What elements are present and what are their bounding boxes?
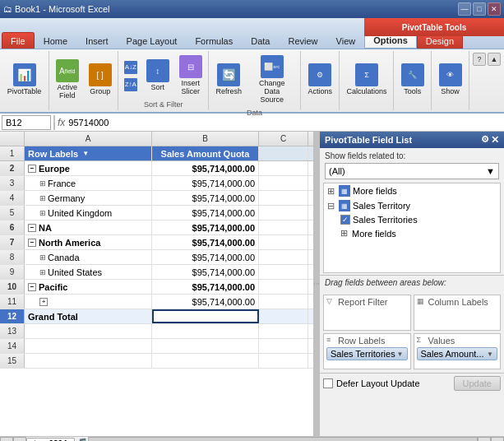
col-c-header[interactable]: C (259, 132, 308, 146)
formula-input[interactable] (68, 115, 502, 130)
minimize-button[interactable]: — (458, 2, 471, 16)
name-box[interactable]: B12 (2, 115, 51, 130)
cell-a10[interactable]: −Pacific (25, 280, 152, 294)
table-row: 15 (0, 354, 313, 369)
pivottable-button[interactable]: 📊 PivotTable (3, 61, 46, 99)
values-chip-arrow[interactable]: ▼ (487, 350, 493, 358)
sheet-next-button[interactable]: ▶ (13, 437, 26, 442)
expand-pacific[interactable]: − (28, 283, 36, 291)
sales-territories-checkbox[interactable]: ✓ (340, 215, 350, 225)
row-labels-dropdown[interactable]: ▼ (80, 148, 91, 160)
cell-b8[interactable]: $95,714,000.00 (152, 250, 259, 264)
expand-na[interactable]: − (28, 224, 36, 232)
refresh-button[interactable]: 🔄 Refresh (212, 61, 245, 99)
main-area: A B C 1 Row Labels ▼ Sales Amount Quota … (0, 132, 504, 436)
list-item[interactable]: ✓ Sales Territories (324, 213, 500, 226)
cell-a8[interactable]: ⊞ Canada (25, 250, 152, 264)
cell-a13[interactable] (25, 324, 152, 338)
cell-b15[interactable] (152, 354, 259, 368)
cell-b10[interactable]: $95,714,000.00 (152, 280, 259, 294)
cell-b12[interactable]: $95,714,000.00 (152, 309, 259, 323)
tools-button[interactable]: 🔧 Tools (397, 61, 428, 99)
cell-b2[interactable]: $95,714,000.00 (152, 161, 259, 175)
cell-a2[interactable]: −Europe (25, 161, 152, 175)
expand-11[interactable]: + (39, 298, 48, 306)
col-a-header[interactable]: A (25, 132, 152, 146)
cell-b3[interactable]: $95,714,000.00 (152, 176, 259, 190)
cell-b1[interactable]: Sales Amount Quota (152, 146, 259, 160)
cell-a7[interactable]: −North America (25, 235, 152, 249)
cell-a5[interactable]: ⊞ United Kingdom (25, 206, 152, 220)
sheet-tab-tmp6824[interactable]: tmp6824 (26, 438, 75, 442)
sort-button[interactable]: ↕ Sort (142, 57, 173, 95)
cell-a6[interactable]: −NA (25, 220, 152, 234)
ribbon-collapse-button[interactable]: ▲ (488, 53, 501, 66)
cell-a12[interactable]: Grand Total (25, 309, 152, 323)
horizontal-scrollbar[interactable] (88, 437, 478, 442)
row-num-2: 2 (0, 161, 25, 175)
help-button[interactable]: ? (473, 53, 486, 66)
expand-sales-territory-icon[interactable]: ⊟ (327, 201, 337, 211)
tab-insert[interactable]: Insert (76, 32, 118, 49)
tab-home[interactable]: Home (35, 32, 76, 49)
tab-review[interactable]: Review (279, 32, 326, 49)
cell-b14[interactable] (152, 339, 259, 353)
cell-a15[interactable] (25, 354, 152, 368)
col-b-header[interactable]: B (152, 132, 259, 146)
list-item[interactable]: ⊞ ▦ More fields (324, 183, 500, 198)
calculations-button[interactable]: Σ Calculations (342, 61, 391, 99)
ribbon-group-show: 👁 Show (432, 51, 469, 110)
tab-page-layout[interactable]: Page Layout (118, 32, 187, 49)
cell-b4[interactable]: $95,714,000.00 (152, 191, 259, 205)
ribbon-group-pivottable: 📊 PivotTable (0, 51, 49, 110)
sort-az-button[interactable]: A↓Z (121, 59, 141, 76)
sort-filter-group-label: Sort & Filter (144, 99, 183, 109)
cell-b11[interactable]: $95,714,000.00 (152, 295, 259, 309)
cell-a14[interactable] (25, 339, 152, 353)
cell-b5[interactable]: $95,714,000.00 (152, 206, 259, 220)
tab-data[interactable]: Data (242, 32, 279, 49)
cell-a3[interactable]: ⊞ France (25, 176, 152, 190)
row-labels-chip[interactable]: Sales Territories ▼ (326, 347, 408, 360)
list-item[interactable]: ⊞ More fields (324, 226, 500, 240)
expand-north-america[interactable]: − (28, 239, 36, 247)
list-item[interactable]: ⊟ ▦ Sales Territory (324, 198, 500, 213)
show-fields-dropdown[interactable]: (All) ▼ (325, 163, 499, 179)
pivot-panel-close-button[interactable]: ✕ (491, 134, 499, 146)
tab-file[interactable]: File (2, 32, 35, 49)
sheet-tab-scroll-icon[interactable]: 🎵 (76, 438, 88, 441)
cell-a9[interactable]: ⊞ United States (25, 265, 152, 279)
scroll-left-button[interactable]: ◀ (478, 437, 491, 442)
expand-europe[interactable]: − (28, 165, 36, 173)
cell-a4[interactable]: ⊞ Germany (25, 191, 152, 205)
pivot-panel-settings-icon[interactable]: ⚙ (481, 134, 489, 146)
update-button[interactable]: Update (454, 376, 501, 391)
sort-icon: ↕ (146, 59, 169, 82)
tab-view[interactable]: View (327, 32, 365, 49)
expand-more-fields-icon[interactable]: ⊞ (327, 186, 337, 197)
maximize-button[interactable]: □ (473, 2, 486, 16)
cell-b7[interactable]: $95,714,000.00 (152, 235, 259, 249)
tab-formulas[interactable]: Formulas (186, 32, 242, 49)
cell-a1[interactable]: Row Labels ▼ (25, 146, 152, 160)
expand-more-fields-2-icon[interactable]: ⊞ (340, 228, 350, 239)
insert-slicer-button[interactable]: ⊟ InsertSlicer (175, 53, 206, 99)
change-data-source-button[interactable]: ⬜src Change DataSource (247, 53, 297, 107)
sort-za-button[interactable]: Z↑A (121, 77, 141, 93)
values-chip[interactable]: Sales Amount... ▼ (417, 347, 498, 360)
actions-button[interactable]: ⚙ Actions (304, 61, 337, 99)
scroll-right-button[interactable]: ▶ (491, 437, 504, 442)
cell-a11[interactable]: + (25, 295, 152, 309)
defer-checkbox[interactable] (323, 378, 333, 388)
cell-b9[interactable]: $95,714,000.00 (152, 265, 259, 279)
table-row: 6 −NA $95,714,000.00 (0, 220, 313, 235)
cell-b13[interactable] (152, 324, 259, 338)
cell-b6[interactable]: $95,714,000.00 (152, 220, 259, 234)
sheet-prev-button[interactable]: ◀ (0, 437, 13, 442)
row-labels-chip-arrow[interactable]: ▼ (397, 350, 404, 358)
active-field-button[interactable]: Afield ActiveField (52, 57, 83, 103)
close-button[interactable]: ✕ (488, 2, 501, 16)
show-button[interactable]: 👁 Show (435, 61, 466, 99)
group-button[interactable]: [ ] Group (85, 61, 116, 99)
titlebar-controls[interactable]: — □ ✕ (458, 2, 501, 16)
